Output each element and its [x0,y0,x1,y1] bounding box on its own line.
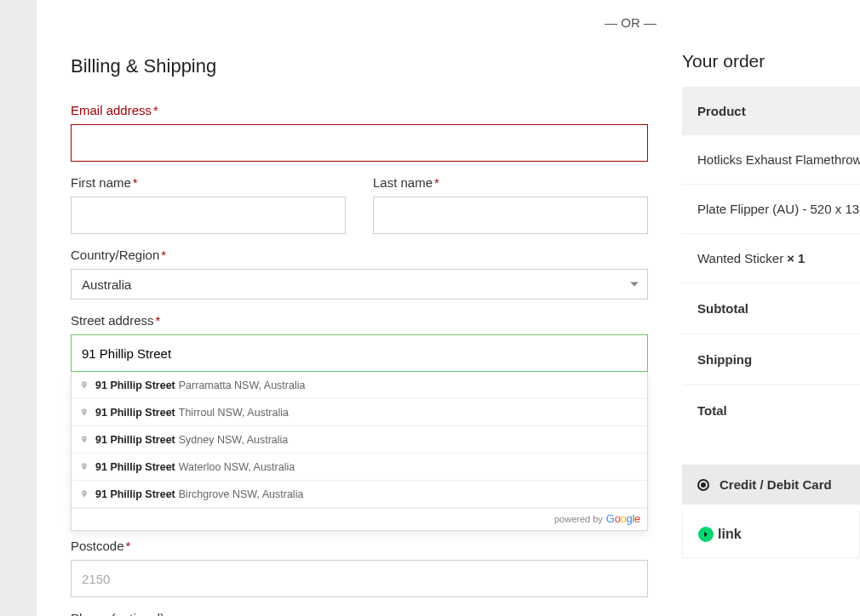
order-item: Hotlicks Exhaust Flamethrower [682,135,860,185]
first-name-field[interactable] [71,197,346,234]
order-shipping-label: Shipping [682,334,860,385]
order-total-label: Total [682,385,860,436]
map-pin-icon [80,379,89,391]
your-order-heading: Your order [682,51,860,71]
autocomplete-item[interactable]: 91 Phillip Street Birchgrove NSW, Austra… [72,481,647,508]
country-select[interactable]: Australia [71,269,648,299]
order-subtotal-label: Subtotal [682,283,860,334]
email-field[interactable] [71,124,648,162]
required-asterisk: * [133,175,138,190]
autocomplete-item[interactable]: 91 Phillip Street Waterloo NSW, Australi… [72,453,647,481]
order-item: Wanted Sticker× 1 [682,234,860,283]
autocomplete-item[interactable]: 91 Phillip Street Sydney NSW, Australia [72,426,647,453]
required-asterisk: * [153,103,158,117]
postcode-field[interactable] [71,560,648,597]
chevron-down-icon [630,282,639,287]
left-gutter [0,0,37,616]
map-pin-icon [80,460,89,473]
address-autocomplete-dropdown: 91 Phillip Street Parramatta NSW, Austra… [71,372,648,531]
street-address-label: Street address* [71,313,648,328]
link-logo-icon [698,527,714,542]
autocomplete-item[interactable]: 91 Phillip Street Parramatta NSW, Austra… [72,372,647,399]
map-pin-icon [80,406,89,419]
or-divider: — OR — [71,0,656,40]
map-pin-icon [80,488,89,500]
required-asterisk: * [126,539,131,553]
autocomplete-item[interactable]: 91 Phillip Street Thirroul NSW, Australi… [72,399,647,426]
order-product-header: Product [682,87,860,135]
checkout-form-column: — OR — Billing & Shipping Email address*… [37,0,682,616]
billing-shipping-heading: Billing & Shipping [71,55,648,77]
order-summary-column: Your order Product Hotlicks Exhaust Flam… [682,0,860,616]
last-name-label: Last name* [373,175,648,190]
map-pin-icon [80,433,89,446]
postcode-label: Postcode* [71,539,648,553]
required-asterisk: * [434,175,439,190]
payment-card-option[interactable]: Credit / Debit Card [682,465,860,505]
order-item: Plate Flipper (AU) - 520 x 135 [682,185,860,234]
radio-selected-icon [697,479,709,491]
required-asterisk: * [156,313,161,328]
first-name-label: First name* [71,175,346,190]
last-name-field[interactable] [373,197,648,234]
email-label: Email address* [71,103,648,117]
phone-label: Phone (optional) [71,611,648,616]
payment-link-option[interactable]: link [682,511,860,558]
country-label: Country/Region* [71,248,648,262]
street-address-field[interactable] [71,334,648,372]
autocomplete-footer: powered by Google [72,508,647,530]
required-asterisk: * [161,248,166,262]
google-logo: Google [606,512,640,525]
